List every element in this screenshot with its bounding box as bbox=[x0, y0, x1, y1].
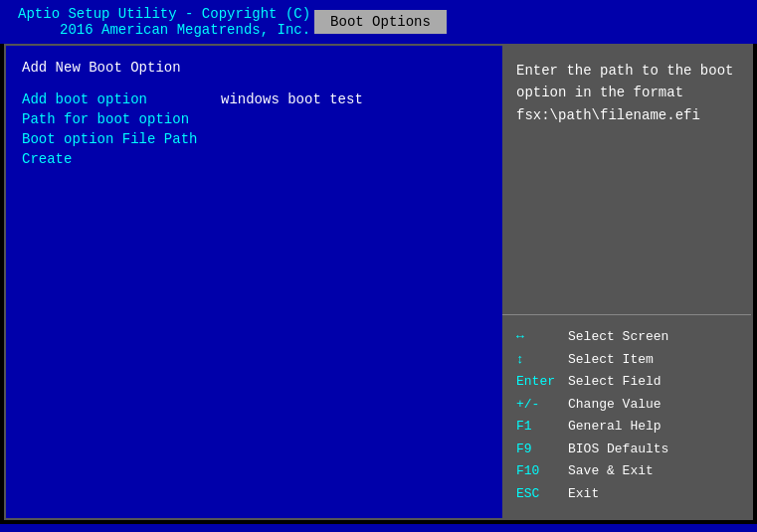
left-panel: Add New Boot Option Add boot option wind… bbox=[6, 46, 502, 518]
help-text: Enter the path to the boot option in the… bbox=[502, 46, 751, 315]
shortcut-desc: Save & Exit bbox=[568, 461, 654, 481]
app-wrapper: Aptio Setup Utility - Copyright (C) 2016… bbox=[0, 0, 757, 532]
shortcut-key: Enter bbox=[516, 372, 560, 392]
bottom-bar bbox=[0, 524, 757, 532]
shortcut-row: ↔Select Screen bbox=[516, 327, 737, 347]
shortcut-desc: Select Screen bbox=[568, 327, 668, 347]
create-option[interactable]: Create bbox=[22, 151, 486, 167]
title-bar: Aptio Setup Utility - Copyright (C) 2016… bbox=[0, 0, 757, 44]
shortcut-desc: Exit bbox=[568, 484, 599, 504]
section-title: Add New Boot Option bbox=[22, 60, 486, 76]
shortcut-key: F10 bbox=[516, 461, 560, 481]
title-text: Aptio Setup Utility - Copyright (C) 2016… bbox=[0, 6, 314, 38]
shortcut-row: +/-Change Value bbox=[516, 395, 737, 415]
shortcut-row: F9BIOS Defaults bbox=[516, 440, 737, 459]
content-border: Add New Boot Option Add boot option wind… bbox=[4, 44, 753, 520]
shortcut-desc: Select Field bbox=[568, 372, 662, 392]
shortcut-row: F1General Help bbox=[516, 417, 737, 437]
active-tab[interactable]: Boot Options bbox=[314, 10, 447, 34]
shortcut-desc: BIOS Defaults bbox=[568, 440, 668, 459]
shortcut-row: ESCExit bbox=[516, 484, 737, 504]
boot-option-file-path[interactable]: Boot option File Path bbox=[22, 131, 486, 147]
add-boot-option-row: Add boot option windows boot test bbox=[22, 91, 486, 107]
path-for-boot-option[interactable]: Path for boot option bbox=[22, 111, 486, 127]
shortcut-desc: Select Item bbox=[568, 350, 654, 370]
add-boot-option-label[interactable]: Add boot option bbox=[22, 91, 221, 107]
shortcut-key: ↕ bbox=[516, 350, 560, 370]
shortcut-key: ↔ bbox=[516, 327, 560, 347]
shortcut-desc: Change Value bbox=[568, 395, 662, 415]
main-content: Add New Boot Option Add boot option wind… bbox=[6, 46, 751, 518]
shortcut-key: F1 bbox=[516, 417, 560, 437]
shortcut-key: +/- bbox=[516, 395, 560, 415]
shortcut-row: ↕Select Item bbox=[516, 350, 737, 370]
shortcut-key: ESC bbox=[516, 484, 560, 504]
right-panel: Enter the path to the boot option in the… bbox=[502, 46, 751, 518]
add-boot-option-value[interactable]: windows boot test bbox=[221, 91, 363, 107]
shortcut-row: EnterSelect Field bbox=[516, 372, 737, 392]
shortcut-section: ↔Select Screen↕Select ItemEnterSelect Fi… bbox=[502, 315, 751, 518]
shortcut-key: F9 bbox=[516, 440, 560, 459]
shortcut-desc: General Help bbox=[568, 417, 662, 437]
shortcut-row: F10Save & Exit bbox=[516, 461, 737, 481]
